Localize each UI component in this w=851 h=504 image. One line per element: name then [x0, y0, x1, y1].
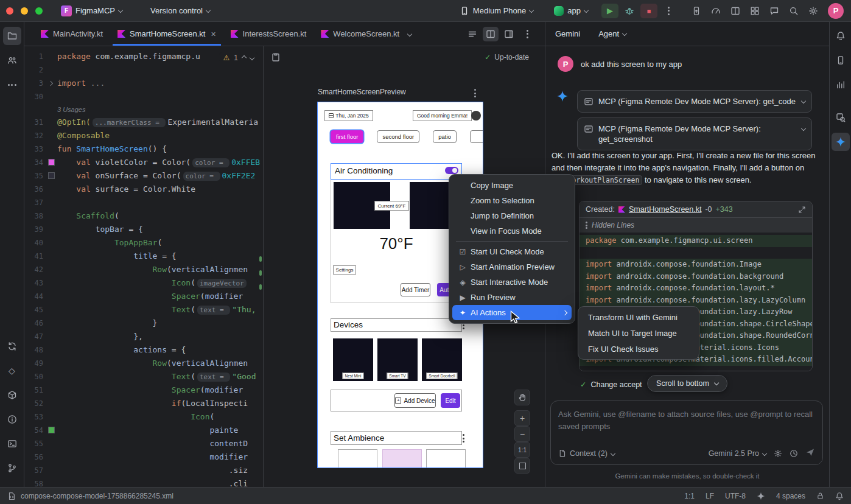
inspection-widget[interactable]: ⚠ 1 [219, 52, 258, 63]
add-timer-button[interactable]: Add Timer [401, 283, 430, 296]
pan-tool-button[interactable] [514, 390, 530, 405]
code-line[interactable]: 3import ... [24, 77, 263, 90]
commit-tool-button[interactable] [3, 51, 21, 69]
code-line[interactable]: 37 [24, 196, 263, 209]
lock-icon[interactable] [816, 492, 824, 500]
menu-item[interactable]: ◈ Start Interactive Mode [452, 275, 572, 290]
statusbar-line-ending[interactable]: LF [706, 492, 714, 500]
tool-call-card[interactable]: MCP (Figma Remote Dev Mode MCP Server): … [577, 90, 812, 113]
zoom-out-button[interactable]: − [514, 426, 530, 442]
edit-button[interactable]: Edit [441, 393, 460, 408]
context-chip[interactable]: Context (2) [558, 449, 615, 458]
notifications-icon[interactable] [835, 492, 844, 500]
code-line[interactable]: 40 TopAppBar( [24, 236, 263, 250]
ambience-options-button[interactable] [463, 434, 464, 443]
color-swatch[interactable] [48, 159, 55, 166]
chat-history-button[interactable] [790, 449, 798, 458]
previous-problem-icon[interactable] [242, 55, 247, 60]
running-devices-button[interactable] [832, 51, 850, 69]
more-run-options-button[interactable] [660, 4, 677, 18]
submenu-item[interactable]: Transform UI with Gemini [581, 309, 696, 325]
user-avatar[interactable]: P [828, 3, 844, 19]
vcs-widget[interactable]: Version control [145, 4, 215, 18]
editor-more-button[interactable] [519, 27, 535, 41]
menu-item[interactable]: ☑ Start UI Check Mode [452, 244, 572, 259]
statusbar-ratio[interactable]: 1:1 [684, 492, 695, 500]
device-selector[interactable]: Medium Phone [455, 4, 538, 18]
project-tool-button[interactable] [3, 27, 21, 45]
color-swatch[interactable] [48, 172, 55, 179]
editor-tab[interactable]: SmartHomeScreen.kt × [110, 22, 223, 46]
code-line[interactable]: 30 [24, 90, 263, 103]
statusbar-encoding[interactable]: UTF-8 [725, 492, 746, 500]
next-problem-icon[interactable] [250, 55, 254, 60]
version-control-tool-button[interactable] [3, 459, 21, 477]
more-tool-windows-button[interactable] [3, 75, 21, 94]
code-line[interactable]: 54 painte [24, 424, 263, 437]
tab-overflow-button[interactable] [408, 22, 411, 46]
editor-tab[interactable]: WelcomeScreen.kt × [313, 22, 407, 46]
settings-chip[interactable]: Settings [333, 265, 356, 275]
floor-tab[interactable]: patio [433, 130, 457, 143]
device-tile[interactable]: Smart TV [377, 338, 418, 381]
problems-tool-button[interactable] [3, 410, 21, 429]
code-line[interactable]: 58 .cli [24, 477, 263, 487]
zoom-in-button[interactable]: + [514, 410, 530, 426]
submenu-item[interactable]: Fix UI Check Issues [581, 341, 696, 357]
code-line[interactable]: 48 actions = { [24, 343, 263, 357]
ambience-tile[interactable] [426, 449, 466, 467]
code-line[interactable]: 44 Spacer(modifier [24, 290, 263, 303]
code-line[interactable]: 55 contentD [24, 437, 263, 450]
device-tile[interactable]: Nest Mini [333, 338, 373, 381]
zoom-ratio-button[interactable]: 1:1 [514, 442, 530, 458]
statusbar-file[interactable]: compose-compose-model-1758866285245.xml [21, 492, 173, 500]
hidden-lines-row[interactable]: Hidden Lines [580, 218, 812, 233]
device-tile[interactable]: Smart Doorbell [422, 338, 462, 381]
code-line[interactable]: 39 topBar = { [24, 223, 263, 236]
submenu-item[interactable]: Match UI to Target Image [581, 325, 696, 341]
menu-item[interactable]: Copy Image [452, 178, 572, 193]
close-window-button[interactable] [6, 7, 13, 15]
code-line[interactable]: 56 modifier [24, 450, 263, 464]
code-line[interactable]: 41 title = { [24, 250, 263, 263]
date-chip[interactable]: Thu, Jan 2025 [324, 110, 373, 121]
minimize-window-button[interactable] [21, 7, 28, 15]
code-line[interactable]: 3 Usages [24, 103, 263, 116]
code-editor[interactable]: 1package com.example.figmamcp.u23import … [24, 46, 264, 487]
expand-icon[interactable] [801, 99, 806, 103]
preview-options-button[interactable] [474, 89, 476, 97]
layout-inspector-button[interactable] [727, 4, 744, 18]
zoom-window-button[interactable] [35, 7, 43, 15]
run-config-selector[interactable]: app [549, 4, 593, 18]
ambience-tile[interactable] [338, 449, 377, 467]
menu-item[interactable]: ▷ Start Animation Preview [452, 259, 572, 275]
code-line[interactable]: 31@OptIn(...markerClass = ExperimentalMa… [24, 116, 263, 129]
stop-button[interactable]: ■ [640, 4, 657, 18]
code-line[interactable]: 33fun SmartHomeScreen() { [24, 142, 263, 156]
editor-tab[interactable]: InterestsScreen.kt × [223, 22, 314, 46]
split-view-button[interactable] [483, 27, 499, 41]
floor-tab[interactable]: first floor [331, 130, 363, 143]
chat-settings-button[interactable] [774, 449, 782, 458]
settings-button[interactable] [805, 4, 822, 18]
layout-inspector-tool-button[interactable] [832, 108, 850, 127]
tab-agent[interactable]: Agent [598, 29, 626, 38]
ac-toggle[interactable] [445, 167, 458, 174]
send-button[interactable] [805, 447, 815, 459]
code-line[interactable]: 51 Spacer(modifier [24, 383, 263, 397]
expand-icon[interactable] [801, 126, 806, 131]
code-line[interactable]: 35 val onSurface = Color(color = 0xFF2E2 [24, 169, 263, 183]
code-line[interactable]: 32@Composable [24, 129, 263, 142]
preview-title[interactable]: SmartHomeScreenPreview [318, 88, 406, 96]
notifications-button[interactable] [832, 27, 850, 45]
model-selector[interactable]: Gemini 2.5 Pro [709, 449, 766, 458]
gemini-status-icon[interactable] [757, 492, 765, 500]
code-line[interactable]: 52 if(LocalInspecti [24, 397, 263, 410]
code-line[interactable]: 2 [24, 63, 263, 77]
ui-check-button[interactable] [271, 52, 281, 62]
gemini-tool-button[interactable] [832, 133, 850, 151]
profile-avatar[interactable] [471, 111, 481, 121]
floor-tab[interactable]: second floor [377, 130, 419, 143]
prompt-input[interactable]: Ask Gemini, use @filename to attach sour… [550, 401, 823, 465]
menu-item[interactable]: View in Focus Mode [452, 223, 572, 239]
